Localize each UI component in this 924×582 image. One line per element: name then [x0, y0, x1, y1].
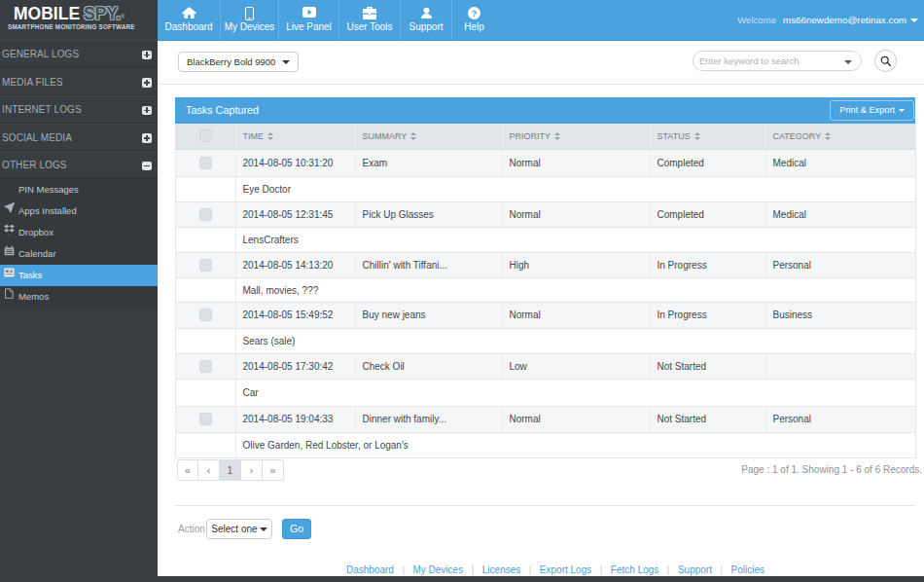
svg-text:?: ?	[472, 9, 478, 18]
